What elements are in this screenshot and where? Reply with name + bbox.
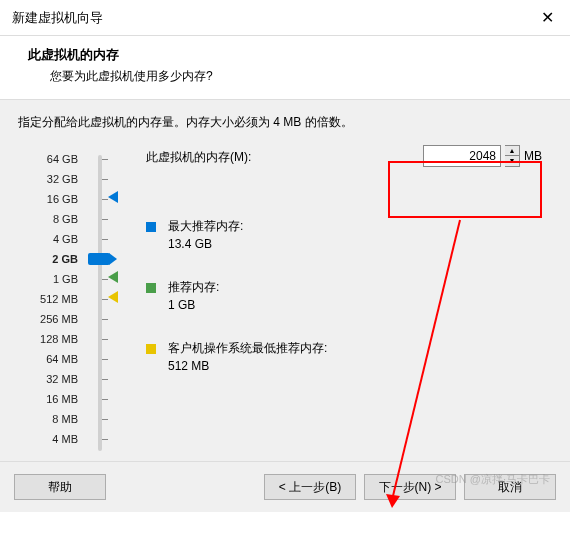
scale-label: 8 GB xyxy=(18,209,78,229)
scale-label: 32 GB xyxy=(18,169,78,189)
watermark: CSDN @凉拌·马卡巴卡 xyxy=(436,472,550,487)
scale-label: 64 MB xyxy=(18,349,78,369)
scale-label: 32 MB xyxy=(18,369,78,389)
legend-value: 1 GB xyxy=(168,298,219,312)
scale-label: 256 MB xyxy=(18,309,78,329)
close-icon[interactable]: ✕ xyxy=(535,8,560,27)
instruction-text: 指定分配给此虚拟机的内存量。内存大小必须为 4 MB 的倍数。 xyxy=(18,114,552,131)
scale-label: 4 GB xyxy=(18,229,78,249)
max-recommended-marker xyxy=(108,191,118,203)
scale-label: 16 GB xyxy=(18,189,78,209)
min-recommended-marker xyxy=(108,291,118,303)
help-button[interactable]: 帮助 xyxy=(14,474,106,500)
legend-recommended: 推荐内存: 1 GB xyxy=(146,279,552,312)
square-icon xyxy=(146,344,156,354)
square-icon xyxy=(146,222,156,232)
square-icon xyxy=(146,283,156,293)
spinner-up-icon[interactable]: ▲ xyxy=(505,146,519,156)
scale-label: 1 GB xyxy=(18,269,78,289)
scale-label: 16 MB xyxy=(18,389,78,409)
window-title: 新建虚拟机向导 xyxy=(12,9,103,27)
page-title: 此虚拟机的内存 xyxy=(28,46,556,64)
legend-value: 13.4 GB xyxy=(168,237,243,251)
memory-input[interactable] xyxy=(423,145,501,167)
legend-min: 客户机操作系统最低推荐内存: 512 MB xyxy=(146,340,552,373)
memory-slider[interactable] xyxy=(94,149,130,449)
scale-label: 64 GB xyxy=(18,149,78,169)
legend-label: 最大推荐内存: xyxy=(168,218,243,235)
memory-label: 此虚拟机的内存(M): xyxy=(146,149,251,166)
memory-unit: MB xyxy=(524,149,542,163)
legend-label: 推荐内存: xyxy=(168,279,219,296)
scale-label: 128 MB xyxy=(18,329,78,349)
spinner-down-icon[interactable]: ▼ xyxy=(505,156,519,166)
slider-thumb[interactable] xyxy=(88,253,110,265)
back-button[interactable]: < 上一步(B) xyxy=(264,474,356,500)
memory-scale: 64 GB32 GB16 GB8 GB4 GB2 GB1 GB512 MB256… xyxy=(18,149,78,449)
legend-label: 客户机操作系统最低推荐内存: xyxy=(168,340,327,357)
legend-max: 最大推荐内存: 13.4 GB xyxy=(146,218,552,251)
memory-spinner[interactable]: ▲ ▼ xyxy=(505,145,520,167)
scale-label: 512 MB xyxy=(18,289,78,309)
page-subtitle: 您要为此虚拟机使用多少内存? xyxy=(50,68,556,85)
legend-value: 512 MB xyxy=(168,359,327,373)
scale-label: 8 MB xyxy=(18,409,78,429)
recommended-marker xyxy=(108,271,118,283)
scale-label: 4 MB xyxy=(18,429,78,449)
scale-label: 2 GB xyxy=(18,249,78,269)
